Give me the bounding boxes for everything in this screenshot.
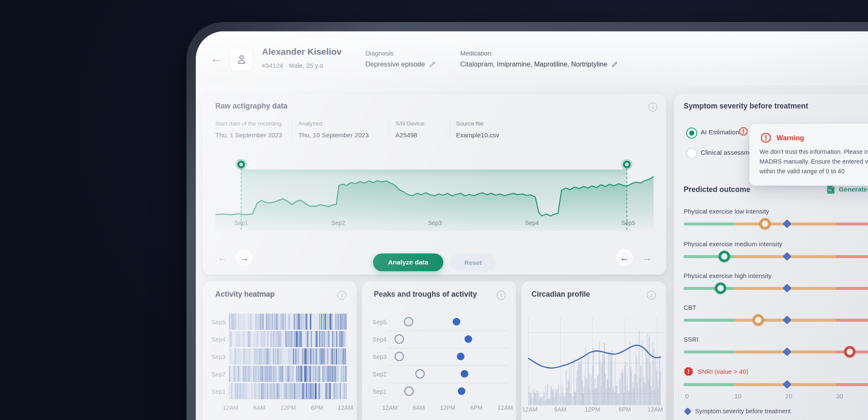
radio-ai-estimation[interactable] — [686, 128, 697, 139]
recording-field-label: S/N Device: — [395, 120, 426, 127]
raw-actigraphy-panel: Raw actigraphy data i Start date of the … — [203, 94, 666, 275]
slider-handle[interactable] — [715, 283, 726, 294]
circadian-axis-label: 12AM — [648, 406, 663, 413]
slider-handle[interactable] — [844, 346, 856, 358]
predicted-outcome-title: Predicted outcome — [684, 185, 751, 194]
slider-handle[interactable] — [718, 251, 730, 262]
peaks-axis-label: 12AM — [498, 404, 513, 411]
range-marker-start[interactable] — [236, 159, 247, 170]
circadian-axis-label: 6PM — [619, 406, 631, 413]
activity-heatmap-panel: Activity heatmap i Sep5Sep4Sep3Sep2Sep1 … — [203, 281, 357, 420]
track-zone — [684, 319, 734, 322]
field-divider — [389, 120, 389, 138]
baseline-diamond[interactable] — [783, 315, 792, 324]
range-marker-end[interactable] — [621, 159, 632, 170]
page-next-button-left[interactable]: → — [236, 249, 253, 266]
trough-dot[interactable] — [415, 369, 425, 378]
trough-dot[interactable] — [404, 387, 414, 396]
baseline-diamond[interactable] — [783, 219, 792, 228]
svg-text:PDF: PDF — [828, 189, 832, 192]
row-divider — [388, 365, 508, 366]
baseline-diamond[interactable] — [783, 284, 792, 292]
baseline-legend: Symptom severity before treatment — [685, 408, 791, 414]
circadian-canvas — [528, 314, 661, 405]
slider-track[interactable] — [684, 350, 868, 353]
medication-value: Citalopram, Imipramine, Maprotiline, Nor… — [460, 61, 607, 68]
ai-warning-icon — [739, 127, 748, 138]
track-zone — [684, 350, 734, 353]
peaks-axis-label: 12PM — [440, 404, 456, 411]
edit-diagnosis-button[interactable] — [429, 61, 436, 68]
track-zone — [836, 255, 868, 258]
info-icon[interactable]: i — [337, 291, 346, 300]
circadian-axis-label: 6AM — [554, 406, 567, 413]
track-zone — [684, 287, 734, 290]
generate-pdf-label: Generate PDF — [839, 186, 868, 193]
peak-dot[interactable] — [458, 387, 465, 395]
peaks-row-label: Sep3 — [367, 353, 387, 360]
reset-button[interactable]: Reset — [450, 253, 496, 271]
peak-dot[interactable] — [461, 370, 468, 378]
heatmap-axis-label: 6AM — [253, 404, 266, 411]
day-tick-label: Sep4 — [525, 220, 539, 226]
heatmap-axis-label: 6PM — [311, 404, 323, 411]
info-icon[interactable]: i — [648, 103, 657, 111]
warning-popover: Warning We don't trust this information.… — [749, 124, 868, 186]
info-icon[interactable]: i — [647, 291, 656, 300]
baseline-diamond[interactable] — [783, 252, 792, 261]
radio-clinical-assessment[interactable] — [686, 148, 697, 159]
back-button[interactable]: ← — [208, 50, 225, 67]
track-zone — [684, 383, 734, 386]
day-tick-label: Sep5 — [621, 220, 635, 226]
page-prev-button-right[interactable]: ← — [616, 249, 633, 266]
baseline-diamond[interactable] — [783, 347, 792, 356]
peak-dot[interactable] — [457, 353, 465, 360]
warning-line-2: MADRS manually. Ensure the entered valu — [760, 158, 868, 165]
slider-track[interactable] — [684, 255, 868, 258]
slider-track[interactable] — [684, 383, 868, 386]
peaks-axis-label: 12AM — [382, 404, 398, 411]
recording-field-value: A25498 — [395, 131, 417, 139]
peaks-troughs-panel: Peaks and troughs of activity i Sep5Sep4… — [362, 281, 516, 420]
person-icon — [236, 53, 248, 65]
peak-dot[interactable] — [465, 335, 472, 343]
page-next-button-right[interactable]: → — [639, 249, 656, 266]
slider-track[interactable] — [684, 223, 868, 225]
peaks-axis-label: 6AM — [413, 404, 425, 411]
info-icon[interactable]: i — [497, 291, 506, 300]
recording-field-label: Start date of the recording: — [215, 120, 283, 127]
slider-axis-tick: 20 — [785, 392, 793, 400]
severity-title: Symptom severity before treatment — [684, 102, 808, 111]
heatmap-row-label: Sep3 — [206, 353, 225, 360]
track-zone — [836, 287, 868, 290]
recording-field-value: Thu, 1 September 2023 — [215, 131, 282, 139]
peak-dot[interactable] — [453, 318, 460, 325]
diagnosis-value: Depressive episode — [365, 61, 425, 68]
trough-dot[interactable] — [395, 352, 404, 361]
trough-dot[interactable] — [404, 317, 413, 326]
patient-meta: #34124 · Male, 25 y.o — [262, 62, 323, 69]
day-tick-label: Sep2 — [331, 220, 345, 226]
peaks-axis-label: 6PM — [470, 404, 483, 411]
panel-title: Circadian profile — [531, 290, 590, 299]
generate-pdf-link[interactable]: PDF Generate PDF — [826, 184, 868, 194]
radio-label-ai-estimation[interactable]: AI Estimation — [701, 128, 739, 136]
medication-label: Medication: — [460, 50, 493, 57]
warning-line-1: We don't trust this information. Please … — [760, 148, 868, 155]
recording-field-value: Example10.csv — [456, 131, 499, 139]
page-prev-button-left[interactable]: ← — [214, 249, 231, 266]
analyze-data-button[interactable]: Analyze data — [373, 253, 443, 271]
trough-dot[interactable] — [395, 334, 404, 344]
slider-handle[interactable] — [753, 314, 764, 326]
slider-track[interactable] — [684, 319, 868, 322]
slider-track[interactable] — [684, 287, 868, 290]
alert-octagon-icon — [684, 367, 693, 376]
edit-medication-button[interactable] — [611, 61, 618, 68]
avatar[interactable] — [231, 48, 253, 70]
slider-handle[interactable] — [759, 218, 771, 230]
baseline-diamond[interactable] — [783, 380, 792, 389]
day-tick-label: Sep1 — [234, 220, 248, 226]
slider-axis-tick: 10 — [734, 392, 742, 400]
pencil-icon — [429, 61, 436, 68]
heatmap-row-label: Sep1 — [206, 388, 225, 395]
